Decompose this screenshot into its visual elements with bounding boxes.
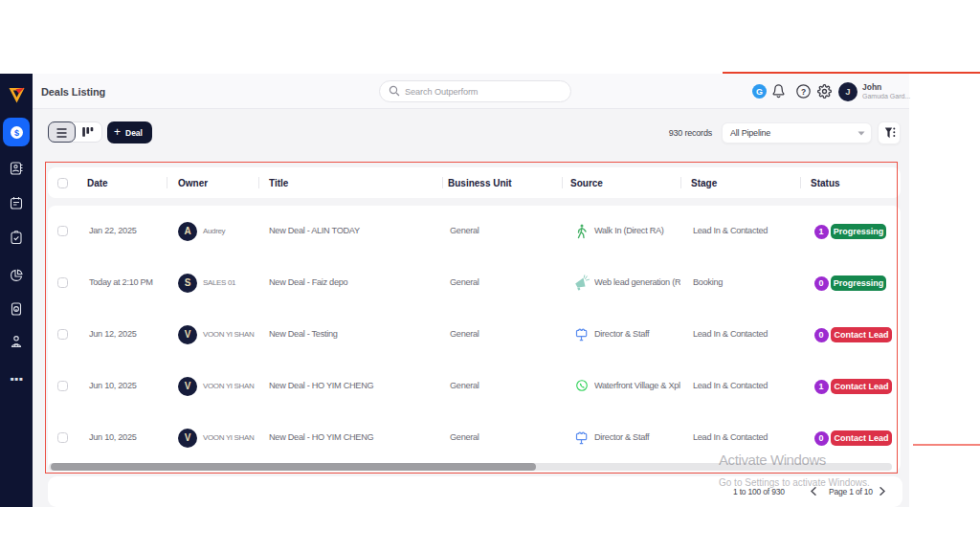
svg-text:G: G: [756, 87, 763, 97]
svg-text:?: ?: [801, 87, 806, 97]
svg-text:$: $: [13, 128, 18, 138]
